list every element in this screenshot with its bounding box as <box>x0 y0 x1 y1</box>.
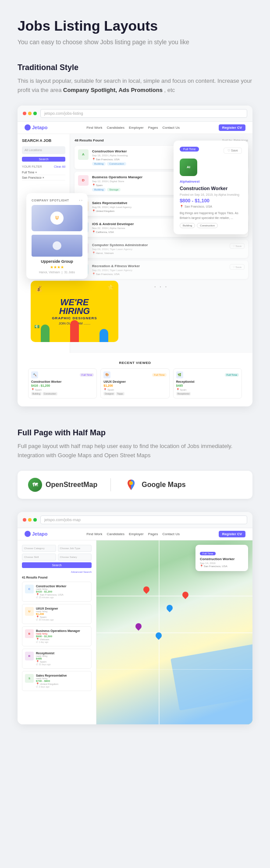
nav-employer[interactable]: Employer <box>129 126 144 130</box>
map-nav-find-work[interactable]: Find Work <box>86 532 102 536</box>
logo-text: Jetapo <box>32 125 47 130</box>
map-body: Choose Category Choose Job Type Choose S… <box>18 540 252 724</box>
recent-badge-3: Full Time <box>225 373 239 377</box>
map-register-button[interactable]: Register CV <box>219 531 245 537</box>
recent-item-1[interactable]: 🔨 Full Time Construction Worker $416 - $… <box>28 368 97 399</box>
map-nav-pages[interactable]: Pages <box>148 532 158 536</box>
map-job-card-2[interactable]: U UI/UX Designer ready hiring $1,200 📍 S… <box>22 604 92 624</box>
dot-yellow <box>28 112 32 115</box>
job-type-badge: Full Time <box>180 147 199 152</box>
person-green <box>41 325 50 342</box>
filter-job-type[interactable]: Choose Job Type <box>58 545 92 552</box>
map-job-time-5: ⏱ 2 days ago <box>36 685 89 688</box>
map-advanced-search[interactable]: Advanced Search <box>22 571 92 573</box>
filter-skill-text: Choose Skill <box>24 556 39 558</box>
recent-title-1: Construction Worker <box>31 380 94 383</box>
dot-red <box>23 112 26 115</box>
job-card-6[interactable]: R Recreation & Fitness Worker Sep 23, 20… <box>75 261 248 279</box>
recent-viewed-grid: 🔨 Full Time Construction Worker $416 - $… <box>28 368 242 399</box>
popup-title: Construction Worker <box>200 557 244 561</box>
map-job-card-4[interactable]: R Receptionist ready hiring $485 📍 Spain… <box>22 649 92 669</box>
osm-label: OpenStreetMap <box>46 481 97 489</box>
section1-title: Traditional Style <box>18 63 252 72</box>
results-count: 48 Results Found <box>75 138 104 142</box>
star-icon: ⭐ <box>107 284 114 290</box>
search-placeholder: All Locations <box>25 148 42 152</box>
spotlight-company-name: Upperside Group <box>32 259 82 264</box>
section1-highlight1: Company Spotlight, <box>63 87 117 93</box>
map-search-button[interactable]: Search <box>22 562 92 568</box>
search-button[interactable]: Search <box>22 157 65 162</box>
map-pin-1[interactable] <box>143 586 149 594</box>
hiring-banner: WE'RE HIRING GRAPHIC DESIGNERS JOIN OUR … <box>31 281 118 342</box>
filter-clear[interactable]: Clear All <box>54 165 65 168</box>
map-preview-card: jetspo.com/jobs-map Jetapo Find Work Can… <box>18 512 252 724</box>
job-logo-1: A <box>78 149 89 160</box>
filter-category[interactable]: Choose Category <box>22 545 56 552</box>
map-browser-url: jetspo.com/jobs-map <box>40 515 247 524</box>
pin-head-2 <box>165 603 174 612</box>
map-job-time-4: ⏱ 31 days ago <box>36 663 89 666</box>
recent-tags-3: Receptionist <box>176 392 239 395</box>
map-jetapo-header: Jetapo Find Work Candidates Employer Pag… <box>18 528 252 540</box>
nav-find-work[interactable]: Find Work <box>86 126 102 130</box>
map-main-nav: Find Work Candidates Employer Pages Cont… <box>86 532 180 536</box>
map-pin-5[interactable] <box>156 632 162 640</box>
browser-url-bar: jetspo.com/jobs-listing <box>40 109 247 118</box>
pin-head-3 <box>134 622 143 631</box>
hiring-content: WE'RE HIRING GRAPHIC DESIGNERS JOIN OUR … <box>31 281 118 342</box>
popup-location: 📍 San Francisco, USA <box>200 565 244 568</box>
spotlight-nav[interactable]: ‹ › <box>79 198 82 202</box>
section2: Full Page with Half Map Full page layout… <box>18 428 252 724</box>
map-job-logo-1: C <box>25 585 34 593</box>
nav-pages[interactable]: Pages <box>148 126 158 130</box>
map-job-card-1[interactable]: C Construction Worker ready hiring $416 … <box>22 582 92 602</box>
spotlight-stars: ★★★★ <box>32 265 82 269</box>
map-pin-3[interactable] <box>135 623 142 631</box>
nav-candidates[interactable]: Candidates <box>107 126 124 130</box>
filter-salary[interactable]: Choose Salary <box>58 554 92 561</box>
map-job-card-3[interactable]: B Business Operations Manager ready hiri… <box>22 626 92 646</box>
map-job-loc-3: 📍 Vietnam <box>36 638 89 641</box>
map-display-area: Full Time Construction Worker Sep 14, 20… <box>96 540 252 724</box>
spotlight-jobs: 31 Jobs <box>64 271 75 274</box>
register-button[interactable]: Register CV <box>219 124 245 131</box>
map-pin-4[interactable] <box>182 592 188 600</box>
map-job-logo-3: B <box>25 629 34 638</box>
pin-head-1 <box>142 585 151 594</box>
recent-item-1-header: 🔨 Full Time <box>31 371 94 378</box>
posted-text: Posted on Sep 16, 2019, <box>180 193 213 196</box>
map-job-info-2: UI/UX Designer ready hiring $1,200 📍 Spa… <box>36 607 89 621</box>
map-nav-contact[interactable]: Contact Us <box>162 532 180 536</box>
save-button-6[interactable]: ♡ Save <box>230 264 245 270</box>
map-job-logo-2: U <box>25 607 34 616</box>
job-tag-storage: Storage <box>107 188 121 191</box>
save-button-5[interactable]: ♡ Save <box>230 243 245 249</box>
map-job-title-3: Business Operations Manager <box>36 629 89 632</box>
map-job-card-5[interactable]: S Sales Representative ready hiring $700… <box>22 671 92 691</box>
recent-item-2[interactable]: 🎨 Full Time UI/UX Designer $1,200 📍 Spai… <box>100 368 169 399</box>
page-subtitle: You can easy to choose show Jobs listing… <box>18 39 252 46</box>
map-nav-candidates[interactable]: Candidates <box>107 532 124 536</box>
job-info-5: Computer Systems Administrator Sep 09, 2… <box>92 243 226 254</box>
search-input-box[interactable]: All Locations <box>22 146 65 154</box>
job-info-6: Recreation & Fitness Worker Sep 23, 2019… <box>92 264 226 275</box>
rtag-topps: Topps <box>116 392 124 395</box>
map-pin-2[interactable] <box>167 605 173 613</box>
osm-icon: 🗺 <box>28 478 42 492</box>
save-heart-button[interactable]: ♡ Save <box>224 148 242 154</box>
recent-viewed-title: RECENT VIEWED <box>28 361 242 365</box>
recent-item-3[interactable]: 🌿 Full Time Receptionist $485 📍 Spain Re… <box>173 368 242 399</box>
job-tag-construction: Construction <box>107 162 126 166</box>
filter-skill[interactable]: Choose Skill <box>22 554 56 561</box>
spotlight-label: COMPANY SPOTLIGHT <box>32 199 69 202</box>
nav-contact[interactable]: Contact Us <box>162 126 180 130</box>
job-card-5[interactable]: C Computer Systems Administrator Sep 09,… <box>75 240 248 258</box>
spotlight-meta: Hanoi, Vietnam | 31 Jobs <box>32 271 82 274</box>
recent-item-3-header: 🌿 Full Time <box>176 371 239 378</box>
job-meta-6: Sep 23, 2019 | Tiger Laser Agency <box>92 269 226 272</box>
filter-item-1: Full Time × <box>22 170 65 175</box>
job-tag-business: Building <box>92 188 106 191</box>
map-filter-row-2: Choose Skill Choose Salary <box>22 554 92 561</box>
map-nav-employer[interactable]: Employer <box>129 532 144 536</box>
